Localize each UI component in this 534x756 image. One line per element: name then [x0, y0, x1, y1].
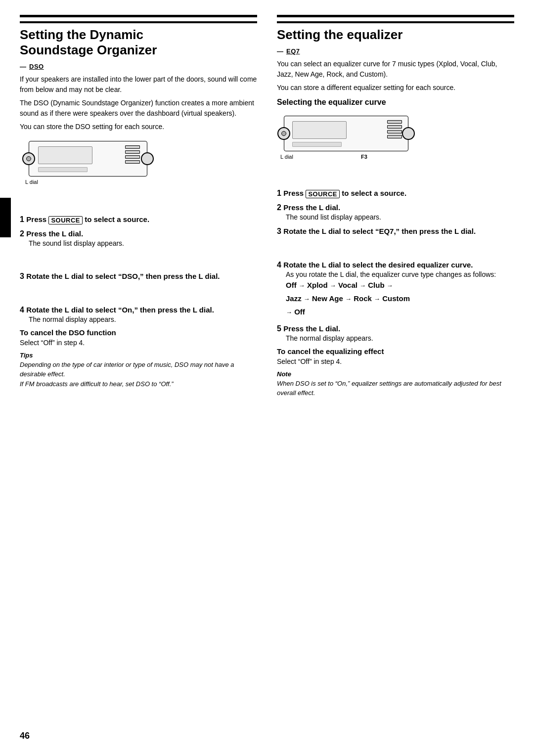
btn4 — [125, 160, 140, 164]
left-section-title: Setting the Dynamic Soundstage Organizer — [20, 21, 257, 58]
left-top-bar — [20, 15, 257, 17]
step1-number-right: 1 — [277, 189, 283, 197]
btn3 — [125, 155, 140, 159]
step2-desc-left: The sound list display appears. — [29, 239, 257, 247]
step3-text-right: Rotate the L dial to select “EQ7,” then … — [283, 227, 476, 235]
eq-club: Club — [368, 281, 384, 289]
step5-desc-right: The normal display appears. — [286, 334, 514, 342]
device-box-left: L dial — [29, 141, 147, 177]
arrow3: → — [359, 282, 366, 289]
btn4r — [387, 135, 402, 138]
eq-xplod: Xplod — [307, 281, 328, 289]
right-column: Setting the equalizer — EQ7 You can sele… — [277, 15, 514, 398]
step4-right: 4 Rotate the L dial to select the desire… — [277, 261, 514, 318]
step1-text-right: Press SOURCE to select a source. — [283, 189, 406, 197]
cancel-dso-title: To cancel the DSO function — [20, 328, 257, 337]
btn2 — [125, 150, 140, 154]
left-title-line1: Setting the Dynamic — [20, 27, 143, 42]
eq7-dash: — — [277, 47, 283, 55]
step5-text-right: Press the L dial. — [283, 324, 340, 333]
cancel-dso-text: Select “Off” in step 4. — [20, 339, 257, 347]
knob-right-left — [141, 152, 154, 165]
source-box-step1-right: SOURCE — [306, 190, 340, 198]
left-device-diagram: SOURCE — [20, 141, 158, 200]
step1-number-left: 1 — [20, 215, 26, 223]
arrow1: → — [299, 282, 305, 289]
steps-1-2-right: 1 Press SOURCE to select a source. 2 Pre… — [277, 189, 514, 221]
step4-text-left: Rotate the L dial to select “On,” then p… — [26, 306, 214, 314]
step2-left: 2 Press the L dial. The sound list displ… — [20, 229, 257, 247]
step1-text-left: Press SOURCE to select a source. — [26, 215, 149, 223]
eq-rock: Rock — [354, 294, 372, 303]
step1-right: 1 Press SOURCE to select a source. — [277, 189, 514, 198]
btn3r — [387, 130, 402, 133]
step4-number-left: 4 — [20, 306, 26, 314]
ldial-label-left: L dial — [25, 179, 38, 185]
step2-text-left: Press the L dial. — [26, 229, 83, 238]
eq-off1: Off — [286, 281, 297, 289]
btn1r — [387, 120, 402, 124]
left-intro-p1: If your speakers are installed into the … — [20, 74, 257, 95]
arrow2: → — [330, 282, 336, 289]
step2-number-left: 2 — [20, 229, 26, 238]
arrow5: → — [304, 295, 310, 303]
arrow6: → — [345, 295, 352, 303]
eq-vocal: Vocal — [338, 281, 357, 289]
right-device-diagram: SOURCE F2 — [277, 116, 425, 175]
right-section-title: Setting the equalizer — [277, 21, 514, 43]
step3-number-right: 3 — [277, 227, 283, 235]
step3-number-left: 3 — [20, 272, 26, 280]
left-title-line2: Soundstage Organizer — [20, 43, 157, 57]
note-text: When DSO is set to “On,” equalizer setti… — [277, 379, 514, 398]
tips-section: Tips Depending on the type of car interi… — [20, 352, 257, 389]
knob-left-left — [22, 152, 35, 165]
tips-title: Tips — [20, 352, 257, 359]
right-top-bar — [277, 15, 514, 17]
step2-right: 2 Press the L dial. The sound list displ… — [277, 203, 514, 221]
btn1 — [125, 145, 140, 149]
eq-newage: New Age — [312, 294, 343, 303]
page-number: 46 — [20, 731, 30, 741]
page-container: Setting the Dynamic Soundstage Organizer… — [0, 0, 534, 756]
step2-number-right: 2 — [277, 203, 283, 212]
device-box-right: L dial F3 — [284, 116, 408, 151]
arrow8: → — [286, 309, 292, 316]
knob-left-inner-right — [281, 131, 286, 136]
buttons-right-right — [387, 120, 402, 138]
step3-text-left: Rotate the L dial to select “DSO,” then … — [26, 272, 220, 280]
f3-label: F3 — [361, 154, 367, 160]
display-area-left — [38, 146, 92, 164]
cancel-eq-title: To cancel the equalizing effect — [277, 347, 514, 356]
eq7-subheading: — EQ7 — [277, 47, 514, 55]
eq-jazz: Jazz — [286, 294, 302, 303]
step5-number-right: 5 — [277, 324, 283, 333]
step2-text-right: Press the L dial. — [283, 203, 340, 212]
eq-curve-title: Selecting the equalizer curve — [277, 98, 514, 107]
left-intro-p2: The DSO (Dynamic Soundstage Organizer) f… — [20, 98, 257, 119]
dso-label: DSO — [29, 63, 44, 70]
note-title: Note — [277, 370, 514, 378]
step4-left: 4 Rotate the L dial to select “On,” then… — [20, 306, 257, 323]
arrow4: → — [387, 282, 393, 289]
buttons-right-left — [125, 145, 140, 164]
ldial-label-right: L dial — [280, 154, 293, 160]
left-intro-p3: You can store the DSO setting for each s… — [20, 122, 257, 132]
cancel-eq-text: Select “Off” in step 4. — [277, 357, 514, 365]
knob-left-inner — [26, 156, 31, 161]
steps-1-2-left: 1 Press SOURCE to select a source. 2 Pre… — [20, 215, 257, 247]
step3-right: 3 Rotate the L dial to select “EQ7,” the… — [277, 227, 514, 236]
step5-right: 5 Press the L dial. The normal display a… — [277, 324, 514, 342]
right-intro-p2: You can store a different equalizer sett… — [277, 83, 514, 93]
eq7-label: EQ7 — [286, 47, 300, 55]
knob-right-right — [402, 127, 415, 140]
tips-text-1: Depending on the type of car interior or… — [20, 360, 257, 379]
eq-custom: Custom — [382, 294, 410, 303]
cancel-eq-section: To cancel the equalizing effect Select “… — [277, 347, 514, 365]
display-area-right — [292, 121, 347, 139]
step3-left: 3 Rotate the L dial to select “DSO,” the… — [20, 272, 257, 281]
step2-desc-right: The sound list display appears. — [286, 213, 514, 221]
left-tab — [0, 198, 11, 237]
slot-left — [38, 167, 88, 172]
knob-left-right — [277, 127, 290, 140]
dso-dash: — — [20, 63, 26, 70]
